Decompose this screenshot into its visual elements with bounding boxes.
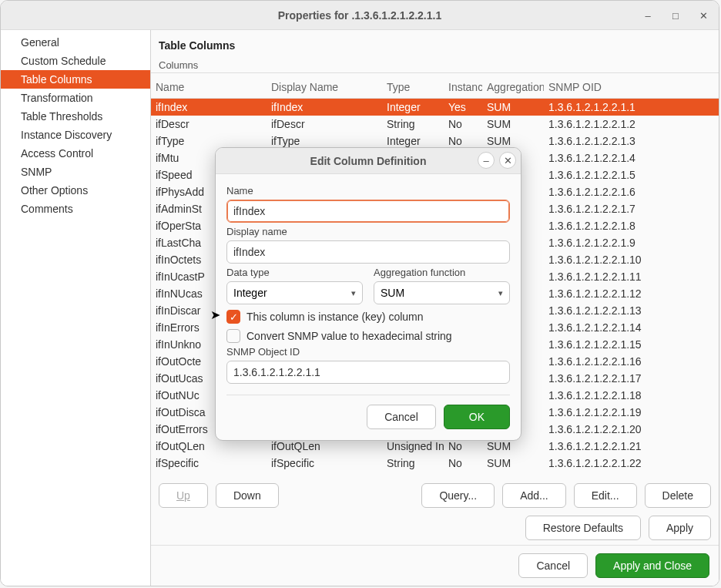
cell-oid: 1.3.6.1.2.1.2.2.1.6 <box>544 183 719 200</box>
apply-and-close-button[interactable]: Apply and Close <box>595 553 709 578</box>
sidebar-item-transformation[interactable]: Transformation <box>1 89 150 107</box>
name-field[interactable] <box>226 200 510 223</box>
cell-oid: 1.3.6.1.2.1.2.2.1.19 <box>544 404 719 421</box>
th-type[interactable]: Type <box>382 76 444 99</box>
snmp-oid-field[interactable] <box>226 361 510 384</box>
modal-title: Edit Column Definition <box>310 155 427 167</box>
sidebar-item-table-columns[interactable]: Table Columns <box>1 70 150 89</box>
sidebar-item-custom-schedule[interactable]: Custom Schedule <box>1 52 150 70</box>
up-button[interactable]: Up <box>159 483 208 508</box>
cell-oid: 1.3.6.1.2.1.2.2.1.14 <box>544 319 719 336</box>
th-display[interactable]: Display Name <box>267 76 382 99</box>
display-name-field[interactable] <box>226 240 510 264</box>
cancel-button[interactable]: Cancel <box>518 553 588 578</box>
hex-checkbox[interactable] <box>226 329 240 343</box>
name-label: Name <box>226 185 510 197</box>
cell-oid: 1.3.6.1.2.1.2.2.1.1 <box>544 99 719 116</box>
cell-inst: No <box>444 455 482 472</box>
instance-checkbox-label: This column is instance (key) column <box>246 311 424 323</box>
cell-oid: 1.3.6.1.2.1.2.2.1.7 <box>544 200 719 217</box>
maximize-icon[interactable]: □ <box>666 6 685 25</box>
query-button[interactable]: Query... <box>421 483 495 508</box>
cell-display: ifIndex <box>267 99 382 116</box>
cell-oid: 1.3.6.1.2.1.2.2.1.10 <box>544 251 719 268</box>
cell-name: ifDescr <box>151 116 267 133</box>
sidebar-item-instance-discovery[interactable]: Instance Discovery <box>1 126 150 144</box>
window-title: Properties for .1.3.6.1.2.1.2.2.1.1 <box>278 9 441 22</box>
cell-aggr: SUM <box>482 455 544 472</box>
snmp-oid-label: SNMP Object ID <box>226 346 510 358</box>
edit-button[interactable]: Edit... <box>574 483 637 508</box>
table-row[interactable]: ifDescrifDescrStringNoSUM1.3.6.1.2.1.2.2… <box>151 116 719 133</box>
cell-aggr: SUM <box>482 99 544 116</box>
table-buttons: Up Down Query... Add... Edit... Delete <box>151 479 719 511</box>
cell-type: String <box>382 455 444 472</box>
delete-button[interactable]: Delete <box>645 483 711 508</box>
cell-display: ifSpecific <box>267 455 382 472</box>
chevron-down-icon: ▾ <box>498 288 503 298</box>
hex-checkbox-label: Convert SNMP value to hexadecimal string <box>246 330 452 342</box>
apply-button[interactable]: Apply <box>649 516 711 540</box>
sidebar-item-other-options[interactable]: Other Options <box>1 181 150 200</box>
th-instance[interactable]: Instanc <box>444 76 482 99</box>
cell-oid: 1.3.6.1.2.1.2.2.1.16 <box>544 353 719 370</box>
main-titlebar[interactable]: Properties for .1.3.6.1.2.1.2.2.1.1 – □ … <box>1 1 719 30</box>
cell-oid: 1.3.6.1.2.1.2.2.1.4 <box>544 150 719 166</box>
data-type-label: Data type <box>226 267 363 278</box>
hex-checkbox-row[interactable]: Convert SNMP value to hexadecimal string <box>226 329 510 343</box>
cell-aggr: SUM <box>482 116 544 133</box>
cell-type: String <box>382 116 444 133</box>
instance-checkbox[interactable]: ✓ <box>226 310 240 324</box>
cell-oid: 1.3.6.1.2.1.2.2.1.15 <box>544 336 719 353</box>
th-oid[interactable]: SNMP OID <box>544 76 719 99</box>
cell-oid: 1.3.6.1.2.1.2.2.1.17 <box>544 370 719 387</box>
properties-window: Properties for .1.3.6.1.2.1.2.2.1.1 – □ … <box>0 0 719 586</box>
modal-body: Name Display name Data type Integer ▾ Ag… <box>216 174 521 440</box>
modal-minimize-icon[interactable]: – <box>478 152 495 169</box>
modal-close-icon[interactable]: ✕ <box>499 152 516 169</box>
chevron-down-icon: ▾ <box>351 288 356 298</box>
edit-column-dialog: Edit Column Definition – ✕ Name Display … <box>215 147 521 441</box>
section-title: Table Columns <box>151 30 719 59</box>
add-button[interactable]: Add... <box>502 483 566 508</box>
cell-oid: 1.3.6.1.2.1.2.2.1.8 <box>544 217 719 234</box>
columns-label: Columns <box>151 59 719 73</box>
instance-checkbox-row[interactable]: ✓ This column is instance (key) column <box>226 310 510 324</box>
cell-oid: 1.3.6.1.2.1.2.2.1.13 <box>544 302 719 319</box>
cell-type: Integer <box>382 99 444 116</box>
sidebar-item-table-thresholds[interactable]: Table Thresholds <box>1 107 150 126</box>
th-name[interactable]: Name <box>151 76 267 99</box>
sidebar: GeneralCustom ScheduleTable ColumnsTrans… <box>1 30 151 586</box>
table-row[interactable]: ifSpecificifSpecificStringNoSUM1.3.6.1.2… <box>151 455 719 472</box>
aggregation-select[interactable]: SUM ▾ <box>374 281 510 304</box>
modal-footer: Cancel OK <box>226 395 510 431</box>
display-name-label: Display name <box>226 226 510 237</box>
sidebar-item-comments[interactable]: Comments <box>1 200 150 218</box>
th-aggregation[interactable]: Aggregation <box>482 76 544 99</box>
data-type-select[interactable]: Integer ▾ <box>226 281 363 304</box>
cell-name: ifIndex <box>151 99 267 116</box>
cell-name: ifSpecific <box>151 455 267 472</box>
cell-oid: 1.3.6.1.2.1.2.2.1.18 <box>544 387 719 404</box>
data-type-value: Integer <box>233 287 267 299</box>
cell-oid: 1.3.6.1.2.1.2.2.1.3 <box>544 133 719 150</box>
table-row[interactable]: ifIndexifIndexIntegerYesSUM1.3.6.1.2.1.2… <box>151 99 719 116</box>
modal-cancel-button[interactable]: Cancel <box>367 405 436 429</box>
cell-oid: 1.3.6.1.2.1.2.2.1.2 <box>544 116 719 133</box>
minimize-icon[interactable]: – <box>639 6 657 25</box>
sidebar-item-access-control[interactable]: Access Control <box>1 144 150 163</box>
modal-ok-button[interactable]: OK <box>444 405 510 429</box>
modal-titlebar[interactable]: Edit Column Definition – ✕ <box>216 148 521 174</box>
restore-defaults-button[interactable]: Restore Defaults <box>525 516 641 540</box>
down-button[interactable]: Down <box>216 483 279 508</box>
cell-oid: 1.3.6.1.2.1.2.2.1.21 <box>544 438 719 455</box>
sidebar-item-snmp[interactable]: SNMP <box>1 163 150 181</box>
dialog-footer: Cancel Apply and Close <box>151 545 719 586</box>
sidebar-item-general[interactable]: General <box>1 33 150 52</box>
cell-oid: 1.3.6.1.2.1.2.2.1.5 <box>544 166 719 183</box>
cell-oid: 1.3.6.1.2.1.2.2.1.9 <box>544 234 719 251</box>
close-icon[interactable]: ✕ <box>694 6 713 25</box>
restore-row: Restore Defaults Apply <box>151 511 719 545</box>
cell-oid: 1.3.6.1.2.1.2.2.1.11 <box>544 268 719 285</box>
cell-oid: 1.3.6.1.2.1.2.2.1.20 <box>544 421 719 438</box>
